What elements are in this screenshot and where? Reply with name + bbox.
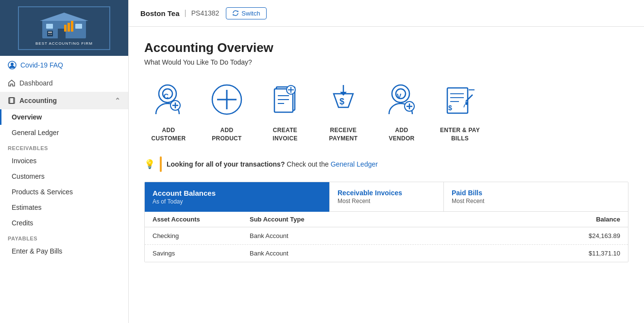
- receive-payment-label: RECEIVEPAYMENT: [329, 126, 358, 143]
- create-invoice-icon: [263, 78, 307, 121]
- sub-header-account: Asset Accounts: [153, 216, 250, 223]
- action-receive-payment[interactable]: $ RECEIVEPAYMENT: [319, 78, 368, 143]
- logo-illustration: [37, 10, 91, 39]
- home-icon: [8, 79, 16, 87]
- row2-balance: $11,371.10: [542, 250, 620, 257]
- quick-actions-row: C ADDCUSTOMER ADDPRODUCT: [144, 78, 628, 143]
- paid-bills-title: Paid Bills: [452, 189, 620, 197]
- add-product-label: ADDPRODUCT: [212, 126, 241, 143]
- sidebar-item-enter-pay-bills[interactable]: Enter & Pay Bills: [0, 243, 128, 259]
- svg-rect-4: [75, 24, 82, 29]
- credits-label: Credits: [12, 219, 33, 227]
- enter-pay-bills-icon: $: [438, 78, 482, 121]
- logo-box: BEST ACCOUNTING FIRM: [18, 6, 110, 50]
- svg-point-10: [48, 34, 49, 35]
- tip-bar: [160, 156, 162, 172]
- switch-icon: [232, 10, 239, 17]
- sidebar-item-general-ledger[interactable]: General Ledger: [0, 125, 128, 140]
- sidebar-item-overview[interactable]: Overview: [0, 109, 128, 125]
- col-account-balances: Account Balances As of Today: [145, 182, 329, 212]
- action-create-invoice[interactable]: CREATEINVOICE: [261, 78, 309, 143]
- svg-text:V: V: [397, 92, 402, 100]
- svg-rect-3: [46, 24, 53, 29]
- tip-text: Looking for all of your transactions? Ch…: [167, 160, 378, 168]
- table-sub-header: Asset Accounts Sub Account Type Balance: [145, 212, 628, 227]
- sidebar-item-dashboard[interactable]: Dashboard: [0, 74, 128, 92]
- receivables-section-label: RECEIVABLES: [0, 140, 128, 153]
- products-services-label: Products & Services: [12, 188, 73, 196]
- svg-point-14: [11, 63, 14, 66]
- general-ledger-link[interactable]: General Ledger: [331, 160, 378, 168]
- add-customer-icon: C: [147, 78, 190, 121]
- receivable-invoices-sub: Most Recent: [338, 198, 436, 204]
- customers-label: Customers: [12, 172, 45, 180]
- sidebar-item-products-services[interactable]: Products & Services: [0, 184, 128, 200]
- action-enter-pay-bills[interactable]: $ ENTER & PAYBILLS: [436, 78, 484, 143]
- company-id: PS41382: [191, 9, 220, 17]
- logo-label: BEST ACCOUNTING FIRM: [35, 41, 93, 46]
- svg-text:C: C: [164, 92, 169, 100]
- table-header-row: Account Balances As of Today Receivable …: [145, 182, 628, 212]
- sidebar-item-invoices[interactable]: Invoices: [0, 153, 128, 169]
- svg-point-11: [50, 34, 51, 35]
- sidebar-item-accounting[interactable]: Accounting ⌃: [0, 92, 128, 109]
- account-balances-sub: As of Today: [153, 198, 322, 205]
- action-add-customer[interactable]: C ADDCUSTOMER: [144, 78, 193, 143]
- svg-text:$: $: [448, 104, 452, 112]
- switch-label: Switch: [241, 10, 260, 17]
- ledger-tip: 💡 Looking for all of your transactions? …: [144, 156, 628, 172]
- action-add-product[interactable]: ADDPRODUCT: [203, 78, 251, 143]
- general-ledger-label: General Ledger: [12, 129, 59, 136]
- svg-marker-1: [40, 13, 88, 21]
- payables-section-label: PAYABLES: [0, 231, 128, 243]
- svg-rect-6: [68, 23, 70, 32]
- action-add-vendor[interactable]: V ADDVENDOR: [377, 78, 426, 143]
- col-paid-bills: Paid Bills Most Recent: [443, 182, 628, 212]
- svg-rect-8: [47, 31, 53, 36]
- sidebar-item-covid[interactable]: Covid-19 FAQ: [0, 56, 128, 74]
- invoices-label: Invoices: [12, 157, 36, 165]
- company-name: Boston Tea: [140, 9, 180, 17]
- chevron-down-icon: ⌃: [115, 97, 120, 104]
- add-customer-label: ADDCUSTOMER: [152, 126, 186, 143]
- sidebar-logo: BEST ACCOUNTING FIRM: [0, 0, 128, 56]
- row1-type: Bank Account: [250, 232, 542, 239]
- topbar-divider: |: [185, 9, 186, 17]
- paid-bills-sub: Most Recent: [452, 198, 620, 204]
- table-row: Savings Bank Account $11,371.10: [145, 245, 628, 262]
- switch-button[interactable]: Switch: [226, 7, 266, 19]
- account-balances-title: Account Balances: [153, 189, 322, 197]
- svg-rect-5: [64, 25, 67, 32]
- receive-payment-icon: $: [322, 78, 365, 121]
- tip-bold: Looking for all of your transactions?: [167, 160, 285, 168]
- svg-rect-9: [48, 32, 52, 33]
- lightbulb-icon: 💡: [144, 159, 155, 170]
- svg-text:$: $: [339, 97, 344, 106]
- main-content: Boston Tea | PS41382 Switch Accounting O…: [129, 0, 644, 323]
- sidebar: BEST ACCOUNTING FIRM Covid-19 FAQ Dashbo…: [0, 0, 129, 323]
- covid-label: Covid-19 FAQ: [20, 61, 63, 69]
- table-row: Checking Bank Account $24,163.89: [145, 227, 628, 245]
- row2-type: Bank Account: [250, 250, 542, 257]
- svg-point-12: [51, 34, 52, 35]
- row1-name: Checking: [153, 232, 250, 239]
- person-circle-icon: [8, 61, 17, 69]
- sidebar-item-credits[interactable]: Credits: [0, 215, 128, 231]
- page-subtitle: What Would You Like To Do Today?: [144, 58, 628, 66]
- topbar: Boston Tea | PS41382 Switch: [129, 0, 644, 27]
- dashboard-label: Dashboard: [19, 79, 53, 87]
- sidebar-item-customers[interactable]: Customers: [0, 169, 128, 184]
- row2-name: Savings: [153, 250, 250, 257]
- add-vendor-label: ADDVENDOR: [389, 126, 414, 143]
- overview-label: Overview: [12, 113, 42, 121]
- svg-rect-7: [71, 21, 73, 32]
- add-product-icon: [205, 78, 249, 121]
- row1-balance: $24,163.89: [542, 232, 620, 239]
- sidebar-item-estimates[interactable]: Estimates: [0, 200, 128, 215]
- book-icon: [8, 97, 16, 104]
- enter-pay-bills-label: ENTER & PAYBILLS: [440, 126, 480, 143]
- sub-header-type: Sub Account Type: [250, 216, 542, 223]
- create-invoice-label: CREATEINVOICE: [272, 126, 297, 143]
- page-title: Accounting Overview: [144, 40, 628, 55]
- accounts-table: Account Balances As of Today Receivable …: [144, 182, 628, 262]
